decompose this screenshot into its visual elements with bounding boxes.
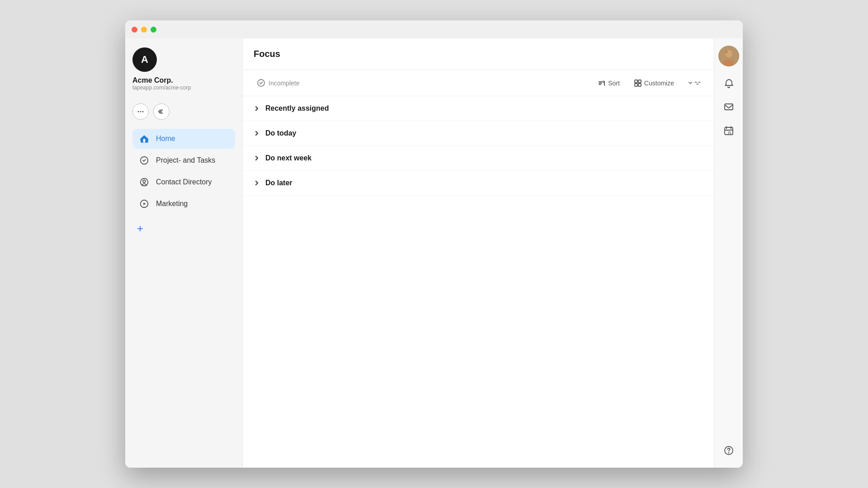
svg-rect-15 (635, 84, 637, 86)
customize-button[interactable]: Customize (631, 78, 678, 89)
fullscreen-button[interactable] (151, 27, 156, 33)
svg-rect-13 (635, 80, 637, 83)
filter-incomplete-button[interactable]: Incomplete (254, 77, 303, 89)
svg-point-19 (723, 59, 734, 66)
content-toolbar: Incomplete Sort (243, 70, 714, 96)
sidebar: A Acme Corp. tapeapp.com/acme-corp (125, 38, 243, 468)
sidebar-item-contacts[interactable]: Contact Directory (132, 172, 235, 192)
svg-marker-7 (143, 202, 146, 205)
sort-button[interactable]: Sort (594, 78, 623, 89)
svg-text:31: 31 (728, 131, 731, 134)
notifications-button[interactable] (719, 74, 739, 94)
section-title-do-next-week: Do next week (265, 154, 311, 162)
home-icon (139, 133, 150, 144)
user-circle-icon (139, 177, 150, 188)
svg-point-20 (725, 51, 728, 53)
more-options-button[interactable] (132, 103, 149, 120)
sidebar-item-label-marketing: Marketing (156, 200, 188, 208)
section-title-recently-assigned: Recently assigned (265, 104, 329, 113)
close-button[interactable] (132, 27, 137, 33)
section-do-today: Do today (243, 121, 714, 146)
add-item-button[interactable]: + (132, 221, 148, 236)
section-title-do-later: Do later (265, 179, 292, 187)
sidebar-item-marketing[interactable]: Marketing (132, 194, 235, 214)
svg-point-0 (138, 111, 139, 113)
check-circle-icon (139, 155, 150, 166)
section-header-do-today[interactable]: Do today (254, 127, 703, 140)
sidebar-item-label-contacts: Contact Directory (156, 178, 212, 186)
section-header-do-next-week[interactable]: Do next week (254, 151, 703, 165)
chevron-right-icon-3 (254, 155, 260, 161)
chevron-right-icon-2 (254, 130, 260, 136)
page-title: Focus (254, 49, 280, 59)
svg-point-2 (142, 111, 144, 113)
content-area: Incomplete Sort (243, 70, 714, 468)
section-do-later: Do later (243, 171, 714, 196)
chevron-right-icon (254, 105, 260, 112)
brand-url: tapeapp.com/acme-corp (132, 84, 191, 91)
brand-name: Acme Corp. (132, 76, 173, 84)
expand-button[interactable] (685, 78, 703, 89)
titlebar (125, 20, 743, 38)
user-avatar[interactable] (718, 46, 739, 66)
svg-rect-16 (638, 84, 641, 86)
sidebar-item-label-projects: Project- and Tasks (156, 156, 215, 164)
section-title-do-today: Do today (265, 129, 296, 137)
brand-logo: A (132, 47, 157, 72)
messages-button[interactable] (719, 97, 739, 117)
section-do-next-week: Do next week (243, 146, 714, 171)
collapse-sidebar-button[interactable] (153, 103, 170, 120)
minimize-button[interactable] (141, 27, 147, 33)
section-header-recently-assigned[interactable]: Recently assigned (254, 102, 703, 115)
section-recently-assigned: Recently assigned (243, 96, 714, 121)
svg-point-1 (140, 111, 142, 113)
chevron-right-icon-4 (254, 180, 260, 186)
help-button[interactable] (719, 441, 739, 460)
app-window: A Acme Corp. tapeapp.com/acme-corp (125, 20, 743, 468)
sidebar-item-home[interactable]: Home (132, 129, 235, 149)
svg-point-5 (143, 180, 146, 183)
calendar-button[interactable]: 31 (719, 121, 739, 141)
main-content-wrapper: Focus Incomplete (243, 38, 714, 468)
sidebar-item-projects[interactable]: Project- and Tasks (132, 150, 235, 170)
svg-rect-21 (725, 104, 733, 110)
avatar-image (718, 46, 739, 66)
sidebar-nav: Home Project- and Tasks (132, 129, 235, 214)
sidebar-item-label-home: Home (156, 135, 175, 143)
toolbar-right: Sort Customize (594, 78, 703, 89)
right-sidebar: 31 (714, 38, 743, 468)
svg-rect-14 (638, 80, 641, 83)
svg-point-28 (728, 453, 729, 453)
play-circle-icon (139, 198, 150, 209)
sort-label: Sort (608, 80, 620, 87)
brand-section: A Acme Corp. tapeapp.com/acme-corp (132, 47, 235, 91)
main-header: Focus (243, 38, 714, 70)
filter-label: Incomplete (269, 80, 299, 87)
customize-label: Customize (644, 80, 674, 87)
section-header-do-later[interactable]: Do later (254, 176, 703, 190)
app-body: A Acme Corp. tapeapp.com/acme-corp (125, 38, 743, 468)
